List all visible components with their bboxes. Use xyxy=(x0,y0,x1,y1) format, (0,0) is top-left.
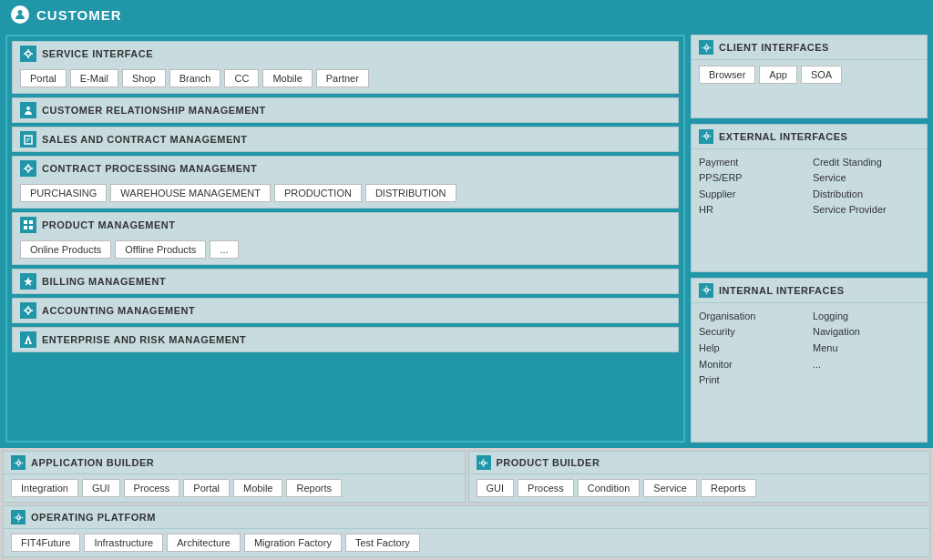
section-icon-crm xyxy=(20,102,36,118)
section-icon-accounting xyxy=(20,302,36,319)
tag-soa[interactable]: SOA xyxy=(801,66,842,84)
external-col1-text: Payment PPS/ERP Supplier HR xyxy=(699,155,805,219)
svg-point-1 xyxy=(26,52,31,56)
svg-point-12 xyxy=(704,289,708,292)
product-builder-block: PRODUCT BUILDER GUI Process Condition Se… xyxy=(468,451,931,503)
bottom-row-2: OPERATING PLATFORM FIT4Future Infrastruc… xyxy=(3,505,930,557)
section-header-product: PRODUCT MANAGEMENT xyxy=(13,213,678,237)
client-interfaces-header: CLIENT INTERFACES xyxy=(692,36,927,60)
customer-header: CUSTOMER xyxy=(0,0,933,29)
svg-point-14 xyxy=(482,461,486,464)
external-col1: Payment PPS/ERP Supplier HR xyxy=(699,155,805,219)
section-label-product: PRODUCT MANAGEMENT xyxy=(42,219,176,230)
product-builder-header: PRODUCT BUILDER xyxy=(469,452,930,474)
svg-rect-6 xyxy=(29,220,33,224)
tag-offline-products[interactable]: Offline Products xyxy=(115,240,206,259)
tag-warehouse[interactable]: WAREHOUSE MANAGEMENT xyxy=(110,184,271,202)
tag-app[interactable]: App xyxy=(759,66,797,84)
section-label-enterprise: ENTERPRISE AND RISK MANAGEMENT xyxy=(42,334,246,345)
tag-fit4future[interactable]: FIT4Future xyxy=(11,534,80,552)
external-col2-text: Credit Standing Service Distribution Ser… xyxy=(813,155,919,219)
operating-platform-block: OPERATING PLATFORM FIT4Future Infrastruc… xyxy=(3,505,930,557)
app-builder-label: APPLICATION BUILDER xyxy=(31,457,154,468)
internal-interfaces-header: INTERNAL INTERFACES xyxy=(692,279,927,303)
tag-shop[interactable]: Shop xyxy=(122,69,166,87)
tag-architecture[interactable]: Architecture xyxy=(167,534,241,552)
service-items: Portal E-Mail Shop Branch CC Mobile Part… xyxy=(13,66,678,93)
operating-platform-header: OPERATING PLATFORM xyxy=(4,506,929,529)
external-icon xyxy=(699,129,713,144)
svg-rect-7 xyxy=(24,226,27,229)
tag-mobile[interactable]: Mobile xyxy=(262,69,312,87)
section-icon-sales xyxy=(20,131,36,148)
tag-purchasing[interactable]: PURCHASING xyxy=(20,184,107,202)
section-label-sales: SALES AND CONTRACT MANAGEMENT xyxy=(42,134,248,145)
tag-browser[interactable]: Browser xyxy=(699,66,755,84)
product-builder-icon xyxy=(477,455,491,470)
app-builder-block: APPLICATION BUILDER Integration GUI Proc… xyxy=(3,451,466,503)
section-header-crm: CUSTOMER RELATIONSHIP MANAGEMENT xyxy=(13,98,678,122)
tag-gui-prod[interactable]: GUI xyxy=(477,479,515,497)
right-panel: CLIENT INTERFACES Browser App SOA EXTERN… xyxy=(691,35,928,443)
section-label-service: SERVICE INTERFACE xyxy=(42,48,153,59)
section-header-sales: SALES AND CONTRACT MANAGEMENT xyxy=(13,127,678,151)
tag-process-app[interactable]: Process xyxy=(124,479,180,497)
tag-cc[interactable]: CC xyxy=(224,69,259,87)
tag-integration[interactable]: Integration xyxy=(11,479,78,497)
tag-branch[interactable]: Branch xyxy=(169,69,221,87)
tag-reports-prod[interactable]: Reports xyxy=(701,479,756,497)
section-billing: BILLING MANAGEMENT xyxy=(12,269,679,294)
contract-items: PURCHASING WAREHOUSE MANAGEMENT PRODUCTI… xyxy=(13,180,678,208)
section-crm: CUSTOMER RELATIONSHIP MANAGEMENT xyxy=(12,97,679,123)
tag-mobile-app[interactable]: Mobile xyxy=(233,479,282,497)
section-enterprise: ENTERPRISE AND RISK MANAGEMENT xyxy=(12,327,679,352)
main-area: SERVICE INTERFACE Portal E-Mail Shop Bra… xyxy=(0,29,933,448)
app-builder-items: Integration GUI Process Portal Mobile Re… xyxy=(4,474,465,502)
section-contract: CONTRACT PROCESSING MANAGEMENT PURCHASIN… xyxy=(12,156,679,209)
svg-point-11 xyxy=(704,135,708,138)
svg-point-9 xyxy=(26,309,31,313)
section-service-interface: SERVICE INTERFACE Portal E-Mail Shop Bra… xyxy=(12,41,679,94)
section-icon-contract xyxy=(20,160,36,177)
svg-point-10 xyxy=(704,46,708,49)
tag-distribution[interactable]: DISTRIBUTION xyxy=(365,184,456,202)
tag-online-products[interactable]: Online Products xyxy=(20,240,111,259)
client-interfaces-label: CLIENT INTERFACES xyxy=(719,42,829,53)
tag-gui-app[interactable]: GUI xyxy=(82,479,120,497)
tag-reports-app[interactable]: Reports xyxy=(286,479,342,497)
svg-point-4 xyxy=(26,167,31,171)
tag-portal[interactable]: Portal xyxy=(20,69,67,87)
client-interfaces-body: Browser App SOA xyxy=(692,60,927,89)
customer-icon xyxy=(11,5,29,24)
internal-col1-text: Organisation Security Help Monitor Print xyxy=(699,309,805,389)
section-label-billing: BILLING MANAGEMENT xyxy=(42,276,166,287)
internal-col2-text: Logging Navigation Menu ... xyxy=(813,309,919,372)
tag-partner[interactable]: Partner xyxy=(316,69,369,87)
internal-interfaces-label: INTERNAL INTERFACES xyxy=(719,285,845,296)
app-builder-header: APPLICATION BUILDER xyxy=(4,452,465,474)
left-panel: SERVICE INTERFACE Portal E-Mail Shop Bra… xyxy=(5,35,685,443)
section-header-accounting: ACCOUNTING MANAGEMENT xyxy=(13,299,678,322)
tag-email[interactable]: E-Mail xyxy=(70,69,118,87)
product-items: Online Products Offline Products ... xyxy=(13,237,678,264)
internal-icon xyxy=(699,283,713,298)
tag-more-products[interactable]: ... xyxy=(210,240,238,259)
tag-service[interactable]: Service xyxy=(643,479,697,497)
internal-col1: Organisation Security Help Monitor Print xyxy=(699,309,805,389)
tag-infrastructure[interactable]: Infrastructure xyxy=(84,534,163,552)
section-header-enterprise: ENTERPRISE AND RISK MANAGEMENT xyxy=(13,328,678,351)
tag-migration-factory[interactable]: Migration Factory xyxy=(244,534,342,552)
tag-production[interactable]: PRODUCTION xyxy=(274,184,362,202)
tag-process-prod[interactable]: Process xyxy=(518,479,574,497)
svg-point-13 xyxy=(16,461,20,464)
section-label-accounting: ACCOUNTING MANAGEMENT xyxy=(42,305,195,316)
section-icon-service xyxy=(20,46,36,62)
internal-interfaces-body: Organisation Security Help Monitor Print… xyxy=(692,303,927,394)
tag-test-factory[interactable]: Test Factory xyxy=(345,534,420,552)
external-interfaces-label: EXTERNAL INTERFACES xyxy=(719,131,847,142)
operating-platform-items: FIT4Future Infrastructure Architecture M… xyxy=(4,529,929,556)
operating-platform-icon xyxy=(11,510,26,524)
tag-condition[interactable]: Condition xyxy=(578,479,640,497)
svg-point-0 xyxy=(18,10,23,15)
tag-portal-app[interactable]: Portal xyxy=(183,479,230,497)
